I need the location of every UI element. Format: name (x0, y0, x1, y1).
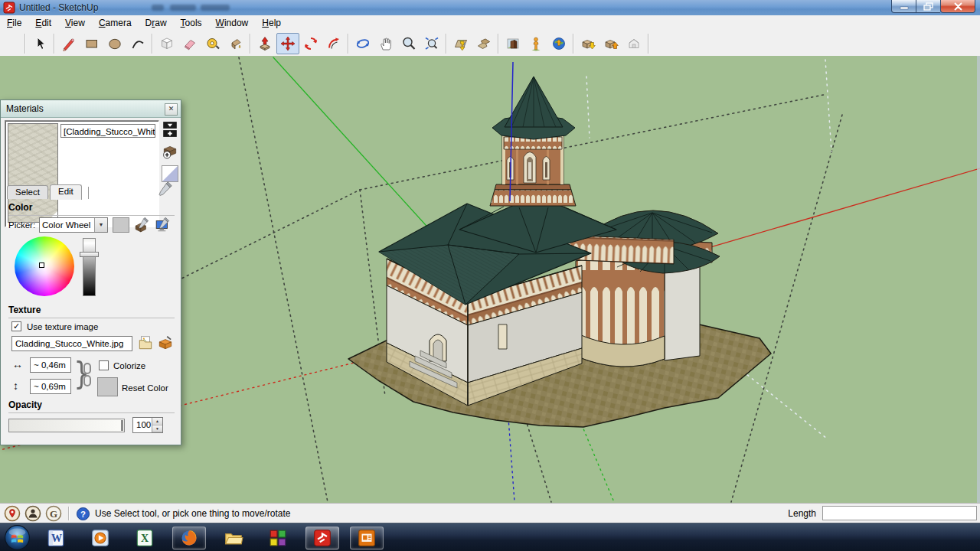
zoom-extents-tool-button[interactable] (420, 33, 443, 54)
make-component-tool-button[interactable] (155, 33, 178, 54)
title-bar[interactable]: Untitled - SketchUp (0, 0, 980, 16)
tab-edit[interactable]: Edit (50, 184, 82, 200)
match-screen-color-icon[interactable] (155, 216, 172, 233)
picker-value: Color Wheel (40, 218, 94, 232)
taskbar-item-word[interactable]: W (39, 527, 73, 549)
extension-warehouse-icon (626, 36, 642, 51)
google-medallion-icon[interactable]: G (45, 505, 62, 522)
menu-item-draw[interactable]: Draw (139, 16, 174, 30)
select-tool-button[interactable] (28, 33, 51, 54)
photo-textures-icon (505, 36, 521, 51)
materials-panel[interactable]: Materials ✕ [Cladding_Stucco_White Selec… (0, 99, 181, 445)
materials-panel-titlebar[interactable]: Materials ✕ (1, 100, 181, 118)
texture-width-field[interactable]: ~ 0,46m (30, 357, 71, 373)
texture-height-field[interactable]: ~ 0,69m (30, 379, 71, 394)
reset-color-swatch[interactable] (97, 377, 118, 396)
toolbar-separator (648, 34, 649, 54)
menu-item-camera[interactable]: Camera (92, 16, 139, 30)
value-slider[interactable] (83, 238, 96, 296)
opacity-slider-handle[interactable] (121, 420, 123, 431)
opacity-slider[interactable] (8, 419, 125, 432)
texture-filename-field[interactable]: Cladding_Stucco_White.jpg (11, 336, 132, 351)
svg-text:X: X (141, 532, 149, 544)
place-model-tool-button[interactable] (524, 33, 547, 54)
get-models-tool-button[interactable] (577, 33, 599, 54)
chain-link-icon[interactable] (81, 362, 93, 388)
tab-select[interactable]: Select (7, 185, 48, 199)
chevron-down-icon[interactable]: ▼ (94, 218, 107, 232)
sketchup-icon (312, 528, 332, 548)
taskbar-item-color-blocks[interactable] (261, 527, 295, 549)
geolocation-medallion-icon[interactable] (4, 505, 21, 522)
help-icon[interactable]: ? (76, 507, 90, 521)
line-tool-button[interactable] (57, 33, 80, 54)
orbit-tool-button[interactable] (351, 33, 374, 54)
paint-bucket-tool-button[interactable] (224, 33, 247, 54)
share-model-tool-button[interactable] (599, 33, 622, 54)
taskbar-item-excel[interactable]: X (128, 527, 162, 549)
create-material-icon[interactable] (162, 143, 178, 160)
restore-button[interactable] (916, 0, 940, 13)
arc-tool-button[interactable] (126, 33, 149, 54)
photo-textures-tool-button[interactable] (501, 33, 524, 54)
match-object-color-icon[interactable] (134, 216, 151, 233)
toggle-terrain-tool-button[interactable] (472, 33, 495, 54)
menu-item-view[interactable]: View (58, 16, 92, 30)
menu-item-file[interactable]: File (0, 16, 28, 30)
explorer-icon (224, 528, 243, 548)
current-color-swatch[interactable] (113, 217, 129, 233)
taskbar-item-explorer[interactable] (217, 527, 250, 549)
materials-close-icon[interactable]: ✕ (165, 103, 178, 116)
use-texture-label: Use texture image (27, 322, 98, 331)
move-tool-button[interactable] (276, 33, 299, 54)
edit-texture-icon[interactable] (157, 334, 174, 351)
colorize-checkbox[interactable] (99, 360, 109, 370)
picker-label: Picker: (8, 220, 35, 230)
toggle-terrain-icon (476, 36, 492, 51)
zoom-tool-button[interactable] (397, 33, 420, 54)
tape-measure-tool-button[interactable] (201, 33, 224, 54)
add-location-tool-button[interactable] (449, 33, 472, 54)
statusbar-divider (68, 507, 70, 520)
taskbar-item-media-player[interactable] (83, 527, 117, 549)
eraser-tool-button[interactable] (178, 33, 201, 54)
sketchup-app-icon (3, 2, 15, 14)
minimize-button[interactable] (891, 0, 916, 13)
picker-dropdown[interactable]: Color Wheel ▼ (39, 217, 108, 233)
word-icon: W (46, 528, 66, 548)
rotate-tool-button[interactable] (299, 33, 322, 54)
circle-tool-button[interactable] (103, 33, 126, 54)
menu-item-tools[interactable]: Tools (174, 16, 209, 30)
color-wheel-selector[interactable] (39, 262, 44, 268)
google-earth-tool-button[interactable] (547, 33, 570, 54)
rotate-icon (303, 36, 318, 51)
use-texture-checkbox[interactable]: ✓ (11, 321, 21, 331)
length-input[interactable] (822, 506, 977, 520)
spin-up-icon[interactable]: ▲ (152, 418, 162, 425)
browse-image-icon[interactable] (137, 334, 154, 351)
extension-warehouse-tool-button[interactable] (622, 33, 645, 54)
credit-medallion-icon[interactable] (24, 505, 41, 522)
pan-tool-button[interactable] (374, 33, 397, 54)
offset-tool-button[interactable] (322, 33, 345, 54)
start-button[interactable] (0, 523, 34, 551)
menu-item-edit[interactable]: Edit (28, 16, 58, 30)
opacity-spinner[interactable]: 100 ▲▼ (132, 417, 163, 433)
color-wheel[interactable] (15, 236, 74, 296)
taskbar-item-powerpoint[interactable] (350, 527, 384, 549)
menu-item-help[interactable]: Help (255, 16, 288, 30)
taskbar-item-firefox[interactable] (172, 527, 206, 549)
tab-divider (88, 187, 89, 199)
rectangle-tool-button[interactable] (80, 33, 103, 54)
close-button[interactable] (940, 0, 975, 13)
add-location-icon (453, 36, 469, 51)
value-slider-handle[interactable] (80, 252, 99, 257)
material-name-field[interactable]: [Cladding_Stucco_White (60, 124, 155, 138)
rectangle-icon (84, 36, 100, 51)
eyedropper-icon[interactable] (156, 180, 175, 197)
menu-item-window[interactable]: Window (209, 16, 256, 30)
taskbar-item-sketchup[interactable] (305, 527, 339, 549)
secondary-pane-icon[interactable] (162, 121, 178, 138)
push-pull-tool-button[interactable] (253, 33, 276, 54)
spin-down-icon[interactable]: ▼ (152, 425, 162, 433)
